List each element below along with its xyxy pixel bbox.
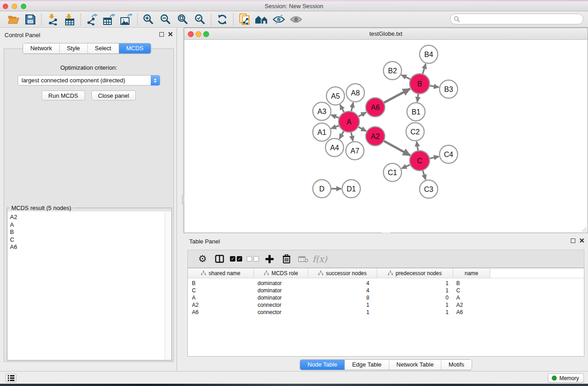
graph-node-C1[interactable]: C1: [383, 163, 402, 181]
search-input[interactable]: [450, 14, 583, 24]
close-panel-button[interactable]: Close panel: [91, 91, 136, 100]
resize-grip-icon[interactable]: [581, 226, 587, 232]
mcds-result-item[interactable]: A6: [10, 243, 165, 251]
graph-edge-A-A3[interactable]: [331, 115, 339, 118]
zoom-in-button[interactable]: [141, 13, 156, 26]
delete-table-button[interactable]: [295, 252, 311, 266]
table-row[interactable]: A2connector11A2: [188, 301, 584, 309]
tab-network-table[interactable]: Network Table: [389, 360, 441, 370]
memory-button[interactable]: Memory: [548, 373, 584, 383]
column-header-predecessor-nodes[interactable]: predecessor nodes: [377, 268, 453, 278]
table-settings-button[interactable]: ⚙: [194, 252, 211, 266]
float-panel-icon[interactable]: [159, 32, 164, 37]
graph-edge-A-A6[interactable]: [359, 112, 366, 116]
table-row[interactable]: Bdominator41B: [188, 280, 584, 287]
mcds-result-item[interactable]: A: [10, 221, 165, 229]
graph-edge-B-B1[interactable]: [417, 94, 418, 102]
show-column-button[interactable]: [211, 252, 228, 266]
delete-columns-button[interactable]: [278, 252, 295, 266]
graph-edge-A2-C[interactable]: [384, 141, 410, 156]
graph-node-B4[interactable]: B4: [420, 45, 438, 63]
tab-edge-table[interactable]: Edge Table: [345, 360, 389, 370]
show-all-button[interactable]: [288, 13, 304, 26]
graph-node-A3[interactable]: A3: [313, 102, 331, 120]
mcds-list-scrollbar[interactable]: [165, 211, 171, 360]
column-header-shared-name[interactable]: shared name: [188, 268, 254, 278]
graph-edge-A-A7[interactable]: [351, 133, 353, 141]
tab-mcds[interactable]: MCDS: [119, 43, 151, 53]
graph-edge-A-A4[interactable]: [339, 131, 344, 139]
tab-motifs[interactable]: Motifs: [441, 360, 472, 370]
table-row[interactable]: Cdominator41C: [188, 287, 584, 294]
select-all-columns-button[interactable]: ✓✓: [228, 252, 244, 266]
graph-node-A[interactable]: A: [339, 111, 359, 132]
open-session-button[interactable]: [5, 13, 21, 26]
graph-node-C3[interactable]: C3: [420, 180, 438, 198]
tab-select[interactable]: Select: [88, 43, 119, 53]
table-row[interactable]: Adominator80A: [188, 294, 584, 301]
show-task-history-button[interactable]: [5, 374, 16, 382]
graph-node-A1[interactable]: A1: [313, 123, 331, 141]
graph-edge-C-C1[interactable]: [402, 165, 410, 168]
column-header-name[interactable]: name: [453, 268, 490, 278]
graph-node-A8[interactable]: A8: [346, 84, 364, 102]
zoom-fit-button[interactable]: [175, 13, 191, 26]
graph-edge-A-A2[interactable]: [359, 127, 366, 131]
optimization-criterion-select[interactable]: largest connected component (directed): [18, 75, 160, 86]
close-table-panel-icon[interactable]: [579, 238, 584, 243]
refresh-view-button[interactable]: [215, 13, 230, 26]
export-image-button[interactable]: [119, 13, 134, 26]
export-table-button[interactable]: [101, 13, 117, 26]
graph-node-C4[interactable]: C4: [440, 145, 458, 163]
graph-edge-A-A8[interactable]: [351, 103, 353, 111]
table-row[interactable]: A6connector11A6: [188, 309, 584, 316]
graph-node-A6[interactable]: A6: [366, 98, 385, 117]
create-column-button[interactable]: [261, 252, 278, 266]
zoom-out-button[interactable]: [158, 13, 173, 26]
save-session-button[interactable]: [23, 13, 38, 26]
column-header-mcds-role[interactable]: MCDS role: [254, 268, 308, 278]
graph-node-B[interactable]: B: [410, 74, 430, 94]
graph-edge-B-B3[interactable]: [430, 86, 439, 87]
hide-selected-button[interactable]: [271, 13, 287, 26]
graph-node-D1[interactable]: D1: [342, 180, 360, 198]
graph-node-A5[interactable]: A5: [326, 87, 344, 105]
graph-node-C2[interactable]: C2: [406, 123, 424, 141]
graph-node-D[interactable]: D: [313, 180, 331, 198]
graph-node-B3[interactable]: B3: [440, 80, 458, 98]
graph-edge-C-C2[interactable]: [416, 142, 418, 151]
graph-edge-A-A5[interactable]: [340, 105, 344, 112]
graph-edge-A-A1[interactable]: [331, 126, 339, 129]
close-panel-icon[interactable]: [168, 32, 173, 37]
tab-network[interactable]: Network: [23, 43, 60, 53]
network-canvas[interactable]: B4B2BB3A5A8A6B1A3AA1A2C2A4A7CC4C1C3DD1: [184, 40, 588, 233]
tab-node-table[interactable]: Node Table: [300, 360, 345, 370]
graph-node-B1[interactable]: B1: [407, 103, 425, 121]
column-header-successor-nodes[interactable]: successor nodes: [308, 268, 377, 278]
export-network-button[interactable]: [84, 13, 100, 26]
mcds-result-item[interactable]: B: [10, 229, 165, 236]
import-table-button[interactable]: [62, 13, 77, 26]
graph-edge-B-B4[interactable]: [423, 64, 426, 74]
graph-edge-C-C4[interactable]: [430, 157, 439, 158]
mcds-result-item[interactable]: A2: [10, 214, 165, 221]
new-network-from-selection-button[interactable]: [237, 13, 252, 26]
mcds-result-item[interactable]: C: [10, 236, 165, 244]
graph-node-C[interactable]: C: [410, 151, 430, 171]
table-cell: A6: [453, 309, 490, 315]
graph-edge-C-C3[interactable]: [423, 171, 425, 180]
graph-node-A7[interactable]: A7: [346, 142, 364, 160]
float-table-panel-icon[interactable]: [571, 238, 575, 243]
unselect-all-columns-button[interactable]: [244, 252, 261, 266]
first-neighbors-button[interactable]: [254, 13, 269, 26]
tab-style[interactable]: Style: [60, 43, 88, 53]
graph-node-A2[interactable]: A2: [366, 127, 385, 146]
graph-edge-A6-B[interactable]: [384, 89, 410, 103]
function-builder-button[interactable]: f(x): [311, 252, 328, 266]
import-network-button[interactable]: [45, 13, 60, 26]
graph-node-A4[interactable]: A4: [325, 138, 344, 157]
graph-edge-B-B2[interactable]: [402, 75, 411, 79]
graph-node-B2[interactable]: B2: [383, 62, 402, 80]
run-mcds-button[interactable]: Run MCDS: [42, 91, 85, 100]
zoom-selected-button[interactable]: [192, 13, 208, 26]
